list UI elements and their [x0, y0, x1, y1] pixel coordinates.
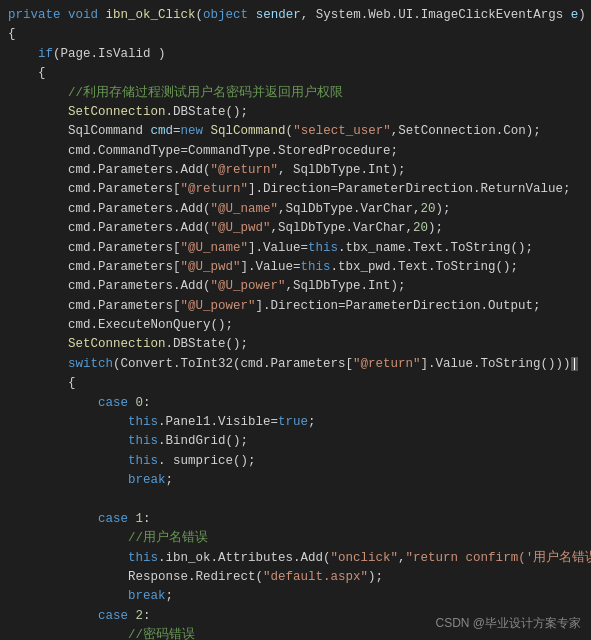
code-line-29: this.ibn_ok.Attributes.Add("onclick","re…	[8, 549, 583, 568]
code-line-2: {	[8, 25, 583, 44]
code-line-31: break;	[8, 587, 583, 606]
code-line-28: //用户名错误	[8, 529, 583, 548]
watermark-text: CSDN @毕业设计方案专家	[435, 615, 581, 632]
code-line-7: SqlCommand cmd=new SqlCommand("select_us…	[8, 122, 583, 141]
code-line-10: cmd.Parameters["@return"].Direction=Para…	[8, 180, 583, 199]
code-line-13: cmd.Parameters["@U_name"].Value=this.tbx…	[8, 239, 583, 258]
code-line-26	[8, 490, 583, 509]
code-line-19: switch(Convert.ToInt32(cmd.Parameters["@…	[8, 355, 583, 374]
code-line-22: this.Panel1.Visible=true;	[8, 413, 583, 432]
code-line-30: Response.Redirect("default.aspx");	[8, 568, 583, 587]
code-line-4: {	[8, 64, 583, 83]
code-line-3: if(Page.IsValid )	[8, 45, 583, 64]
code-line-24: this. sumprice();	[8, 452, 583, 471]
code-line-1: private void ibn_ok_Click(object sender,…	[8, 6, 583, 25]
code-editor: private void ibn_ok_Click(object sender,…	[0, 0, 591, 640]
code-line-6: SetConnection.DBState();	[8, 103, 583, 122]
code-line-20: {	[8, 374, 583, 393]
code-line-15: cmd.Parameters.Add("@U_power",SqlDbType.…	[8, 277, 583, 296]
code-line-5: //利用存储过程测试用户名密码并返回用户权限	[8, 84, 583, 103]
code-line-9: cmd.Parameters.Add("@return", SqlDbType.…	[8, 161, 583, 180]
code-line-16: cmd.Parameters["@U_power"].Direction=Par…	[8, 297, 583, 316]
code-line-14: cmd.Parameters["@U_pwd"].Value=this.tbx_…	[8, 258, 583, 277]
code-line-18: SetConnection.DBState();	[8, 335, 583, 354]
code-line-11: cmd.Parameters.Add("@U_name",SqlDbType.V…	[8, 200, 583, 219]
code-line-21: case 0:	[8, 394, 583, 413]
code-line-23: this.BindGrid();	[8, 432, 583, 451]
code-line-8: cmd.CommandType=CommandType.StoredProced…	[8, 142, 583, 161]
code-line-12: cmd.Parameters.Add("@U_pwd",SqlDbType.Va…	[8, 219, 583, 238]
code-line-17: cmd.ExecuteNonQuery();	[8, 316, 583, 335]
code-line-25: break;	[8, 471, 583, 490]
code-line-27: case 1:	[8, 510, 583, 529]
